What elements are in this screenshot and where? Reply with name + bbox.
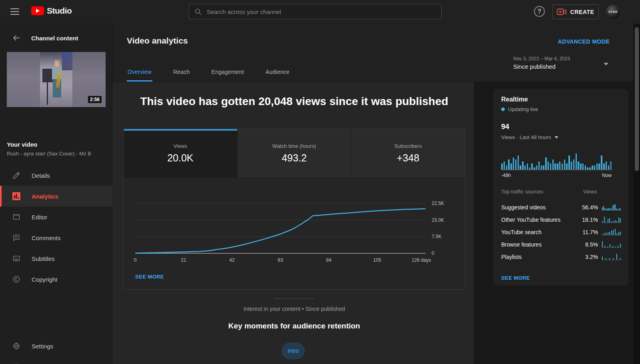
table-row[interactable]: Browse features 8.5% xyxy=(501,238,621,251)
realtime-bar xyxy=(541,165,542,169)
axis-end-label: Now xyxy=(602,173,612,178)
views-line-chart xyxy=(135,198,426,254)
table-row[interactable]: YouTube search 11.7% xyxy=(501,226,621,238)
realtime-bar xyxy=(587,167,588,169)
realtime-bar xyxy=(596,163,598,169)
metric-label: Watch time (hours) xyxy=(272,143,316,149)
content-area: This video has gotten 20,048 views since… xyxy=(112,82,640,364)
traffic-source-pct: 18.1% xyxy=(577,217,598,223)
realtime-bar xyxy=(504,161,505,169)
sidebar-item-editor[interactable]: Editor xyxy=(0,207,112,227)
realtime-bar xyxy=(576,153,577,169)
date-range-picker[interactable]: Nov 3, 2022 – Mar 4, 2023 Since publishe… xyxy=(513,56,570,70)
updating-live-label: Updating live xyxy=(508,106,538,112)
realtime-bar xyxy=(543,165,544,169)
metrics-chart-card: Views 20.0K Watch time (hours) 493.2 Sub… xyxy=(123,129,465,290)
metric-value: +348 xyxy=(397,152,419,164)
traffic-sparkline xyxy=(602,253,621,260)
editor-icon xyxy=(12,213,21,221)
x-tick-label: 63 xyxy=(278,257,283,263)
intro-chip[interactable]: Intro xyxy=(282,342,305,359)
table-row[interactable]: Playlists 3.2% xyxy=(501,251,621,263)
table-row[interactable]: Suggested videos 56.4% xyxy=(501,201,621,213)
interest-caption: Interest in your content • Since publish… xyxy=(123,306,465,312)
metric-label: Views xyxy=(174,143,187,149)
key-moments-title: Key moments for audience retention xyxy=(123,322,465,330)
x-tick-label: 105 xyxy=(373,257,381,263)
realtime-bar xyxy=(585,165,586,169)
account-avatar[interactable]: STAR xyxy=(606,5,620,19)
sidebar-item-details[interactable]: Details xyxy=(0,165,112,186)
pencil-icon xyxy=(12,171,21,180)
overview-panel: This video has gotten 20,048 views since… xyxy=(112,82,474,364)
comments-icon xyxy=(12,233,21,242)
create-button[interactable]: CREATE xyxy=(552,4,599,19)
realtime-bar xyxy=(522,161,524,169)
youtube-play-icon xyxy=(31,6,44,15)
realtime-bar xyxy=(568,155,570,169)
back-arrow-icon[interactable] xyxy=(12,34,21,42)
analytics-tabs: Overview Reach Engagement Audience xyxy=(127,69,290,82)
realtime-bar xyxy=(550,163,552,169)
chevron-down-icon[interactable] xyxy=(604,63,608,66)
traffic-source-pct: 8.5% xyxy=(577,241,598,248)
metric-tab-subscribers[interactable]: Subscribers +348 xyxy=(351,129,465,177)
realtime-bar xyxy=(608,165,610,169)
realtime-bar xyxy=(601,155,602,169)
y-axis-labels: 07.5K15.0K22.5K xyxy=(432,198,456,254)
traffic-source-label: Playlists xyxy=(501,254,577,260)
help-icon[interactable]: ? xyxy=(534,6,545,17)
menu-icon[interactable] xyxy=(10,8,19,15)
traffic-source-pct: 56.4% xyxy=(577,204,598,211)
sidebar: Channel content 2:56 Your video Rush - a… xyxy=(0,24,112,364)
sidebar-item-comments[interactable]: Comments xyxy=(0,227,112,248)
section-divider xyxy=(274,298,314,299)
video-thumbnail[interactable]: 2:56 xyxy=(7,52,106,107)
youtube-studio-logo[interactable]: Studio xyxy=(31,6,72,16)
see-more-link[interactable]: SEE MORE xyxy=(135,274,164,280)
x-tick-label: 21 xyxy=(181,257,186,263)
gear-icon xyxy=(12,342,21,350)
traffic-source-label: Browse features xyxy=(501,241,577,248)
tab-engagement[interactable]: Engagement xyxy=(210,69,244,82)
realtime-bar xyxy=(554,163,556,169)
table-row[interactable]: Other YouTube features 18.1% xyxy=(501,213,621,226)
sidebar-item-copyright[interactable]: Copyright xyxy=(0,269,112,290)
x-tick-label: 42 xyxy=(229,257,234,263)
realtime-bar xyxy=(534,167,535,169)
realtime-views-count: 94 xyxy=(501,123,621,131)
realtime-bar xyxy=(598,163,600,169)
realtime-range-selector[interactable]: Views · Last 48 hours xyxy=(501,134,621,140)
tab-audience[interactable]: Audience xyxy=(265,69,290,82)
traffic-source-pct: 11.7% xyxy=(577,229,598,235)
realtime-bar xyxy=(536,165,538,169)
metric-value: 493.2 xyxy=(282,152,307,164)
y-tick-label: 7.5K xyxy=(432,234,442,239)
see-more-link[interactable]: SEE MORE xyxy=(501,275,530,281)
live-dot-icon xyxy=(501,107,505,111)
date-mode-text: Since published xyxy=(513,63,570,70)
realtime-bar xyxy=(515,159,517,169)
views-headline: This video has gotten 20,048 views since… xyxy=(123,95,465,108)
sidebar-footer-menu: Settings Send feedback xyxy=(0,336,112,364)
metric-tab-views[interactable]: Views 20.0K xyxy=(124,129,238,177)
metric-tab-watch-time[interactable]: Watch time (hours) 493.2 xyxy=(238,129,352,177)
realtime-bar xyxy=(510,163,512,169)
tab-overview[interactable]: Overview xyxy=(127,69,152,82)
thumbnail-center xyxy=(40,52,72,107)
advanced-mode-link[interactable]: ADVANCED MODE xyxy=(558,38,610,45)
scrollbar-thumb[interactable] xyxy=(635,27,639,171)
realtime-bar xyxy=(524,165,526,169)
search-input[interactable] xyxy=(207,8,436,15)
sidebar-item-send-feedback[interactable]: Send feedback xyxy=(0,356,112,364)
sidebar-item-settings[interactable]: Settings xyxy=(0,336,112,356)
realtime-bar xyxy=(520,165,521,169)
your-video-label: Your video xyxy=(7,141,37,148)
tab-reach[interactable]: Reach xyxy=(172,69,190,82)
sidebar-item-subtitles[interactable]: Subtitles xyxy=(0,248,112,269)
sidebar-item-analytics[interactable]: Analytics xyxy=(0,186,112,207)
scrollbar-track[interactable] xyxy=(634,24,640,364)
search-bar[interactable] xyxy=(189,4,442,19)
page-title: Video analytics xyxy=(127,36,188,46)
realtime-bar xyxy=(592,165,593,169)
